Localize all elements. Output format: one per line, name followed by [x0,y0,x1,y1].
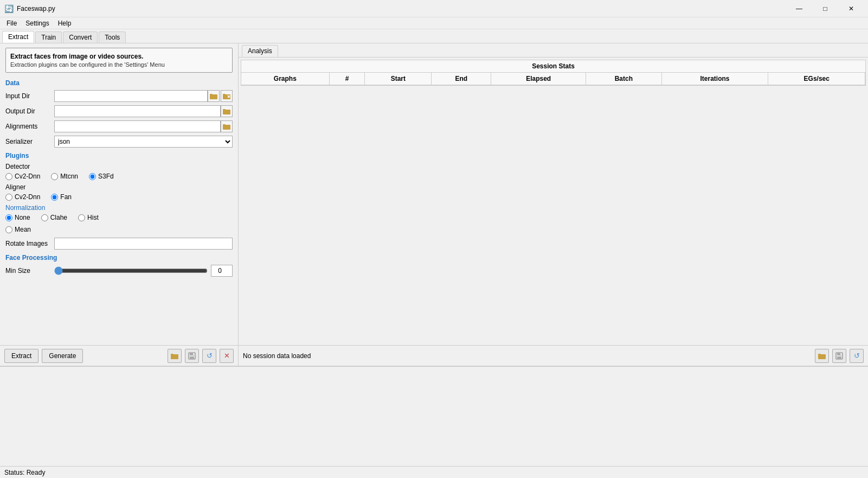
rotate-images-row: Rotate Images [5,238,233,250]
detector-mtcnn[interactable]: Mtcnn [51,173,78,180]
tab-train[interactable]: Train [35,31,62,43]
maximize-button[interactable]: □ [813,0,838,17]
session-status: No session data loaded [243,352,812,360]
menu-help[interactable]: Help [54,18,76,28]
folder-icon [223,123,230,130]
norm-clahe-label: Clahe [50,214,67,221]
svg-rect-11 [171,354,173,355]
analysis-save-button[interactable] [832,349,846,363]
detector-s3fd[interactable]: S3Fd [89,173,114,180]
refresh-button[interactable]: ↺ [202,349,216,363]
alignments-row: Alignments [5,120,233,132]
output-dir-folder-btn[interactable] [221,105,233,117]
session-stats-container: Session Stats Graphs # Start End Elapsed… [241,60,866,86]
detector-radio-group: Cv2-Dnn Mtcnn S3Fd [5,173,233,180]
min-size-slider-row [54,265,233,277]
min-size-slider[interactable] [54,266,208,275]
titlebar-left: 🔄 Faceswap.py [4,4,55,13]
alignments-field[interactable] [54,120,221,132]
extract-button[interactable]: Extract [4,349,38,363]
svg-rect-7 [223,109,226,111]
detector-cv2dnn[interactable]: Cv2-Dnn [5,173,40,180]
svg-rect-3 [223,94,226,95]
norm-mean[interactable]: Mean [5,226,31,233]
menu-settings[interactable]: Settings [21,18,53,28]
norm-clahe[interactable]: Clahe [41,214,67,221]
left-panel: Extract faces from image or video source… [0,43,239,366]
analysis-tabbar: Analysis [239,43,868,58]
detector-s3fd-radio[interactable] [89,173,96,180]
alignments-folder-btn[interactable] [221,120,233,132]
aligner-radio-group: Cv2-Dnn Fan [5,193,233,201]
output-dir-row: Output Dir [5,105,233,117]
aligner-cv2dnn-radio[interactable] [5,194,12,201]
aligner-fan[interactable]: Fan [51,193,72,201]
status-value: Ready [27,469,46,476]
section-data: Data [5,79,233,87]
analysis-bottom-toolbar: No session data loaded ↺ [239,345,868,366]
analysis-refresh-button[interactable]: ↺ [850,349,864,363]
save-button[interactable] [185,349,199,363]
detector-mtcnn-radio[interactable] [51,173,58,180]
norm-hist-radio[interactable] [78,214,85,221]
serializer-row: Serializer json pickle yaml [5,136,233,148]
input-dir-clear-btn[interactable] [221,90,233,102]
output-dir-field[interactable] [54,105,221,117]
norm-hist[interactable]: Hist [78,214,99,221]
analysis-area: Session Stats Graphs # Start End Elapsed… [239,58,868,345]
aligner-fan-radio[interactable] [51,194,58,201]
svg-rect-17 [818,354,821,355]
left-scroll-area: Extract faces from image or video source… [0,43,238,345]
col-elapsed: Elapsed [491,73,586,85]
section-plugins: Plugins [5,152,233,160]
right-panel: Analysis Session Stats Graphs # Start En… [239,43,868,366]
open-folder-button[interactable] [168,349,182,363]
analysis-refresh-icon: ↺ [854,352,860,360]
norm-none-radio[interactable] [5,214,12,221]
col-start: Start [365,73,432,85]
norm-none-label: None [15,214,30,221]
col-graphs: Graphs [241,73,329,85]
norm-clahe-radio[interactable] [41,214,48,221]
detector-cv2dnn-radio[interactable] [5,173,12,180]
titlebar: 🔄 Faceswap.py — □ ✕ [0,0,868,17]
session-stats-title: Session Stats [241,60,865,73]
aligner-cv2dnn[interactable]: Cv2-Dnn [5,193,40,201]
tab-extract[interactable]: Extract [2,31,34,43]
svg-rect-9 [223,124,226,126]
output-dir-label: Output Dir [5,107,54,115]
clear-button[interactable]: ✕ [220,349,234,363]
detector-cv2dnn-label: Cv2-Dnn [15,173,40,180]
status-label: Status: [4,469,24,476]
norm-mean-radio[interactable] [5,226,12,233]
serializer-select[interactable]: json pickle yaml [54,136,233,148]
detector-mtcnn-label: Mtcnn [60,173,78,180]
input-dir-field[interactable] [54,90,208,102]
rotate-images-label: Rotate Images [5,240,54,247]
input-dir-folder-btn[interactable] [208,90,220,102]
tab-analysis[interactable]: Analysis [242,45,278,57]
min-size-row: Min Size [5,265,233,277]
description-title: Extract faces from image or video source… [10,53,228,60]
input-dir-label: Input Dir [5,92,54,100]
folder-icon [210,93,217,99]
save-icon [188,352,196,360]
menu-file[interactable]: File [2,18,21,28]
rotate-images-field[interactable] [54,238,233,250]
generate-button[interactable]: Generate [42,349,83,363]
normalization-radio-group: None Clahe Hist Mean [5,214,233,235]
norm-none[interactable]: None [5,214,30,221]
detector-header: Detector [5,163,233,170]
tab-convert[interactable]: Convert [63,31,98,43]
min-size-label: Min Size [5,267,54,275]
min-size-value-input[interactable] [211,265,233,277]
folder-icon [223,108,230,114]
col-egs: EGs/sec [768,73,865,85]
description-text: Extraction plugins can be configured in … [10,61,228,68]
close-button[interactable]: ✕ [839,0,864,17]
tab-tools[interactable]: Tools [99,31,126,43]
analysis-open-button[interactable] [815,349,829,363]
minimize-button[interactable]: — [787,0,812,17]
stats-header-row: Graphs # Start End Elapsed Batch Iterati… [241,73,865,85]
clear-folder-icon [223,93,230,99]
